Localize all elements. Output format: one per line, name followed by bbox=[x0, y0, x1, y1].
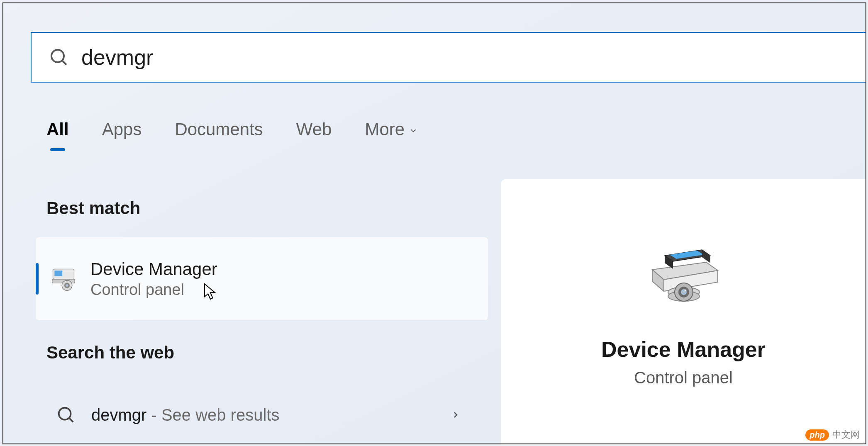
filter-tabs: All Apps Documents Web More bbox=[46, 119, 418, 139]
detail-title: Device Manager bbox=[601, 337, 766, 362]
tab-more-label: More bbox=[365, 119, 405, 139]
tab-more[interactable]: More bbox=[365, 119, 418, 139]
device-manager-icon bbox=[50, 265, 77, 292]
svg-point-0 bbox=[51, 50, 64, 62]
best-match-text: Device Manager Control panel bbox=[90, 259, 217, 299]
svg-rect-3 bbox=[54, 271, 62, 276]
web-result[interactable]: devmgr - See web results bbox=[46, 395, 484, 435]
best-match-title: Device Manager bbox=[90, 259, 217, 279]
tab-apps[interactable]: Apps bbox=[102, 119, 142, 139]
watermark-text: 中文网 bbox=[832, 429, 860, 441]
search-box[interactable] bbox=[31, 32, 866, 83]
detail-subtitle: Control panel bbox=[634, 368, 733, 387]
search-icon bbox=[49, 47, 69, 67]
web-result-text: devmgr - See web results bbox=[91, 406, 280, 424]
svg-marker-15 bbox=[702, 250, 710, 263]
tab-all[interactable]: All bbox=[46, 119, 69, 139]
watermark: php 中文网 bbox=[805, 429, 860, 441]
chevron-right-icon bbox=[451, 410, 461, 420]
search-input[interactable] bbox=[81, 45, 247, 70]
svg-marker-23 bbox=[205, 284, 215, 299]
best-match-subtitle: Control panel bbox=[90, 281, 217, 299]
best-match-result[interactable]: Device Manager Control panel bbox=[36, 237, 488, 320]
svg-line-9 bbox=[69, 418, 73, 422]
detail-panel: Device Manager Control panel bbox=[501, 179, 866, 444]
svg-point-22 bbox=[685, 290, 687, 292]
tab-documents[interactable]: Documents bbox=[175, 119, 263, 139]
web-result-suffix: - See web results bbox=[146, 406, 279, 424]
svg-point-8 bbox=[59, 408, 71, 420]
best-match-heading: Best match bbox=[46, 198, 140, 218]
tab-web[interactable]: Web bbox=[296, 119, 332, 139]
chevron-down-icon bbox=[409, 126, 418, 135]
svg-line-1 bbox=[62, 61, 66, 65]
mouse-cursor bbox=[203, 282, 217, 302]
device-manager-icon-large bbox=[644, 241, 723, 308]
watermark-badge: php bbox=[805, 429, 829, 441]
svg-point-7 bbox=[66, 284, 68, 287]
search-window: All Apps Documents Web More Best match D… bbox=[2, 2, 866, 444]
search-web-heading: Search the web bbox=[46, 343, 174, 363]
web-result-query: devmgr bbox=[91, 406, 146, 424]
search-icon bbox=[56, 405, 76, 424]
